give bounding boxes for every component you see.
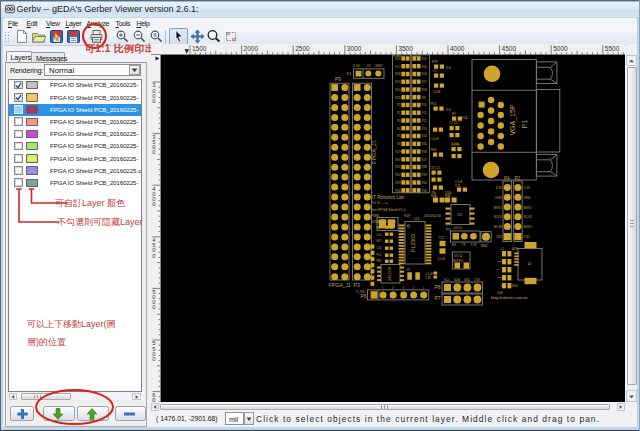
- svg-text:FPGA_J1: FPGA_J1: [329, 282, 352, 288]
- svg-text:R38: R38: [422, 165, 428, 169]
- svg-text:C12: C12: [439, 236, 445, 240]
- svg-text:24LC08: 24LC08: [387, 266, 392, 281]
- svg-text:5000: 5000: [553, 45, 568, 52]
- svg-text:R29: R29: [395, 150, 401, 154]
- svg-text:5500: 5500: [605, 45, 620, 52]
- svg-text:J1: J1: [528, 262, 532, 266]
- svg-text:TX: TX: [462, 243, 466, 247]
- svg-text:SCLK: SCLK: [494, 215, 503, 219]
- svg-text:2015/02/16: 2015/02/16: [424, 214, 441, 218]
- svg-text:R2: R2: [397, 111, 401, 115]
- svg-text:See FPGA Shield V1.0: See FPGA Shield V1.0: [371, 208, 405, 212]
- svg-text:R25: R25: [395, 96, 401, 100]
- svg-text:R40: R40: [422, 181, 428, 185]
- svg-text:GND4: GND4: [497, 260, 504, 263]
- svg-text:BLM: BLM: [512, 284, 517, 288]
- svg-text:R6: R6: [397, 142, 401, 146]
- svg-text:GND: GND: [481, 244, 489, 248]
- svg-text:R4B: R4B: [445, 194, 451, 198]
- svg-text:2000: 2000: [244, 45, 259, 52]
- svg-text:R43 R10: R43 R10: [453, 259, 464, 263]
- svg-text:R20: R20: [395, 88, 401, 92]
- svg-text:R11: R11: [422, 111, 427, 115]
- svg-text:PB2: PB2: [377, 259, 382, 263]
- svg-text:GND: GND: [464, 278, 470, 282]
- svg-text:P8: P8: [435, 284, 441, 290]
- svg-text:R13: R13: [422, 127, 428, 131]
- svg-text:K1: K1: [347, 71, 353, 76]
- svg-text:BLM: BLM: [512, 247, 517, 251]
- svg-text:R3: R3: [397, 119, 401, 123]
- svg-text:R47: R47: [377, 239, 382, 243]
- svg-text:R26: R26: [422, 65, 428, 69]
- svg-text:R33: R33: [395, 181, 401, 185]
- svg-text:Tel. M ..... a+: Tel. M ..... a+: [372, 201, 388, 205]
- svg-text:8 Ω: 8 Ω: [446, 108, 452, 112]
- svg-text:IT Robotics Lab: IT Robotics Lab: [372, 195, 405, 200]
- svg-text:0: 0: [152, 304, 155, 310]
- svg-text:P4: P4: [504, 176, 510, 181]
- svg-text:R9: R9: [422, 96, 426, 100]
- svg-text:VGA_15P: VGA_15P: [509, 104, 517, 135]
- svg-text:GND: GND: [375, 64, 383, 68]
- svg-text:0: 0: [152, 253, 155, 259]
- svg-text:R27: R27: [422, 80, 428, 84]
- svg-text:10uF: 10uF: [497, 291, 503, 295]
- svg-text:R24: R24: [422, 72, 428, 76]
- svg-text:FPGA_J1: FPGA_J1: [371, 140, 377, 164]
- svg-text:3.3V: 3.3V: [495, 186, 502, 190]
- svg-text:R78: R78: [432, 60, 438, 64]
- svg-text:R12: R12: [422, 119, 428, 123]
- svg-text:MISO: MISO: [524, 225, 533, 229]
- svg-text:P3: P3: [354, 282, 360, 288]
- svg-text:blog.ltrobotics.com.tw: blog.ltrobotics.com.tw: [491, 296, 528, 300]
- svg-text:3000: 3000: [347, 45, 362, 52]
- svg-text:R31: R31: [395, 165, 401, 169]
- svg-text:U1: U1: [414, 216, 420, 221]
- svg-text:R39: R39: [422, 173, 428, 177]
- svg-text:3.3V: 3.3V: [353, 64, 361, 68]
- svg-text:R4A: R4A: [431, 194, 437, 198]
- svg-text:5V: 5V: [367, 64, 372, 68]
- svg-text:XII: XII: [407, 268, 410, 272]
- svg-text:C14: C14: [377, 233, 382, 237]
- svg-text:R28: R28: [422, 88, 428, 92]
- svg-text:P1: P1: [521, 120, 528, 129]
- svg-text:SCL: SCL: [444, 278, 450, 282]
- svg-text:2.2uF: 2.2uF: [451, 142, 458, 146]
- svg-text:C1 C5: C1 C5: [449, 121, 458, 125]
- svg-text:C18: C18: [426, 276, 432, 280]
- svg-text:P6: P6: [361, 293, 367, 299]
- svg-text:R23: R23: [422, 57, 428, 61]
- svg-text:R49: R49: [404, 214, 410, 218]
- svg-text:0: 0: [152, 356, 155, 362]
- svg-text:1500: 1500: [192, 45, 207, 52]
- svg-text:0.1uF: 0.1uF: [438, 257, 446, 261]
- svg-text:R14: R14: [422, 134, 428, 138]
- svg-text:RX: RX: [452, 243, 456, 247]
- svg-text:3.3V: 3.3V: [524, 186, 531, 190]
- svg-text:MISO: MISO: [494, 206, 503, 210]
- svg-text:0.2uF: 0.2uF: [433, 90, 441, 94]
- svg-text:3.3V: 3.3V: [471, 243, 477, 247]
- svg-text:L1: L1: [501, 284, 505, 288]
- svg-text:GND: GND: [495, 196, 503, 200]
- svg-text:R18: R18: [395, 72, 401, 76]
- svg-text:C9 C11: C9 C11: [430, 166, 440, 170]
- svg-text:4500: 4500: [502, 45, 517, 52]
- svg-text:C15: C15: [455, 184, 461, 188]
- svg-text:220Ω: 220Ω: [377, 220, 383, 224]
- svg-text:0: 0: [152, 98, 155, 104]
- svg-text:GND: GND: [497, 276, 503, 279]
- svg-text:R36: R36: [422, 150, 428, 154]
- svg-text:C7: C7: [433, 69, 437, 73]
- svg-text:8 Ω: 8 Ω: [446, 66, 452, 70]
- svg-text:R15: R15: [431, 102, 437, 106]
- svg-text:4000: 4000: [450, 45, 465, 52]
- svg-text:C16: C16: [377, 246, 382, 250]
- svg-text:P7: P7: [435, 295, 441, 301]
- svg-text:R44: R44: [431, 148, 437, 152]
- svg-text:PA0: PA0: [377, 226, 382, 230]
- svg-text:PL6: PL6: [377, 253, 382, 257]
- svg-text:3500: 3500: [398, 45, 413, 52]
